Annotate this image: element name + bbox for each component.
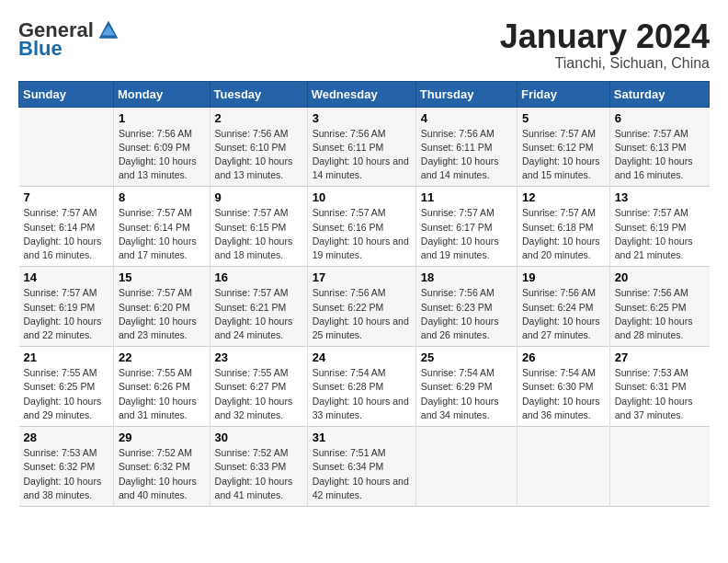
day-info: Sunrise: 7:54 AMSunset: 6:30 PMDaylight:…: [522, 366, 605, 422]
day-info: Sunrise: 7:57 AMSunset: 6:12 PMDaylight:…: [522, 127, 605, 183]
calendar-cell: 29Sunrise: 7:52 AMSunset: 6:32 PMDayligh…: [114, 427, 210, 507]
calendar-cell: 23Sunrise: 7:55 AMSunset: 6:27 PMDayligh…: [210, 347, 307, 427]
day-number: 28: [24, 431, 109, 444]
calendar-row: 7Sunrise: 7:57 AMSunset: 6:14 PMDaylight…: [19, 187, 710, 267]
logo-icon: [97, 19, 119, 41]
day-info: Sunrise: 7:53 AMSunset: 6:32 PMDaylight:…: [24, 446, 109, 502]
page-header: General Blue January 2024 Tianchi, Sichu…: [18, 18, 710, 72]
day-info: Sunrise: 7:52 AMSunset: 6:32 PMDaylight:…: [119, 446, 205, 502]
weekday-header: Saturday: [609, 81, 709, 107]
day-info: Sunrise: 7:55 AMSunset: 6:26 PMDaylight:…: [119, 366, 205, 422]
day-number: 3: [313, 111, 411, 125]
calendar-cell: 6Sunrise: 7:57 AMSunset: 6:13 PMDaylight…: [609, 107, 709, 187]
calendar-cell: 26Sunrise: 7:54 AMSunset: 6:30 PMDayligh…: [517, 347, 609, 427]
day-info: Sunrise: 7:57 AMSunset: 6:19 PMDaylight:…: [24, 286, 109, 342]
day-number: 14: [24, 270, 109, 284]
calendar-cell: 30Sunrise: 7:52 AMSunset: 6:33 PMDayligh…: [210, 427, 307, 507]
calendar-row: 28Sunrise: 7:53 AMSunset: 6:32 PMDayligh…: [19, 427, 710, 507]
day-info: Sunrise: 7:54 AMSunset: 6:28 PMDaylight:…: [313, 366, 411, 422]
day-number: 22: [119, 350, 205, 364]
day-info: Sunrise: 7:57 AMSunset: 6:17 PMDaylight:…: [421, 206, 512, 262]
logo: General Blue: [18, 18, 119, 61]
day-info: Sunrise: 7:57 AMSunset: 6:14 PMDaylight:…: [24, 206, 109, 262]
day-number: 18: [421, 270, 512, 284]
day-number: 27: [615, 350, 705, 364]
calendar-cell: 19Sunrise: 7:56 AMSunset: 6:24 PMDayligh…: [517, 267, 609, 347]
day-number: 25: [421, 350, 512, 364]
calendar-cell: 11Sunrise: 7:57 AMSunset: 6:17 PMDayligh…: [415, 187, 517, 267]
day-number: 9: [215, 190, 302, 204]
day-info: Sunrise: 7:55 AMSunset: 6:27 PMDaylight:…: [215, 366, 302, 422]
day-number: 8: [119, 190, 205, 204]
calendar-cell: 4Sunrise: 7:56 AMSunset: 6:11 PMDaylight…: [415, 107, 517, 187]
day-info: Sunrise: 7:56 AMSunset: 6:23 PMDaylight:…: [421, 286, 512, 342]
month-title: January 2024: [500, 18, 710, 55]
calendar-cell: [19, 107, 114, 187]
day-info: Sunrise: 7:54 AMSunset: 6:29 PMDaylight:…: [421, 366, 512, 422]
calendar-cell: 21Sunrise: 7:55 AMSunset: 6:25 PMDayligh…: [19, 347, 114, 427]
day-number: 7: [24, 190, 109, 204]
day-info: Sunrise: 7:55 AMSunset: 6:25 PMDaylight:…: [24, 366, 109, 422]
day-number: 5: [522, 111, 605, 125]
day-info: Sunrise: 7:57 AMSunset: 6:13 PMDaylight:…: [615, 127, 705, 183]
calendar-row: 1Sunrise: 7:56 AMSunset: 6:09 PMDaylight…: [19, 107, 710, 187]
calendar-cell: 10Sunrise: 7:57 AMSunset: 6:16 PMDayligh…: [307, 187, 415, 267]
day-number: 1: [119, 111, 205, 125]
day-number: 26: [522, 350, 605, 364]
calendar-cell: 16Sunrise: 7:57 AMSunset: 6:21 PMDayligh…: [210, 267, 307, 347]
title-area: January 2024 Tianchi, Sichuan, China: [500, 18, 710, 72]
day-info: Sunrise: 7:56 AMSunset: 6:11 PMDaylight:…: [421, 127, 512, 183]
calendar-cell: 5Sunrise: 7:57 AMSunset: 6:12 PMDaylight…: [517, 107, 609, 187]
calendar-cell: 1Sunrise: 7:56 AMSunset: 6:09 PMDaylight…: [114, 107, 210, 187]
day-info: Sunrise: 7:56 AMSunset: 6:11 PMDaylight:…: [313, 127, 411, 183]
day-number: 10: [313, 190, 411, 204]
day-info: Sunrise: 7:57 AMSunset: 6:16 PMDaylight:…: [313, 206, 411, 262]
day-info: Sunrise: 7:56 AMSunset: 6:10 PMDaylight:…: [215, 127, 302, 183]
calendar-cell: 22Sunrise: 7:55 AMSunset: 6:26 PMDayligh…: [114, 347, 210, 427]
day-number: 24: [313, 350, 411, 364]
logo-blue: Blue: [18, 37, 63, 61]
day-number: 4: [421, 111, 512, 125]
day-info: Sunrise: 7:51 AMSunset: 6:34 PMDaylight:…: [313, 446, 411, 502]
day-number: 6: [615, 111, 705, 125]
day-info: Sunrise: 7:57 AMSunset: 6:14 PMDaylight:…: [119, 206, 205, 262]
weekday-header-row: SundayMondayTuesdayWednesdayThursdayFrid…: [19, 81, 710, 107]
calendar-cell: 12Sunrise: 7:57 AMSunset: 6:18 PMDayligh…: [517, 187, 609, 267]
day-info: Sunrise: 7:56 AMSunset: 6:22 PMDaylight:…: [313, 286, 411, 342]
day-number: 17: [313, 270, 411, 284]
calendar-cell: 28Sunrise: 7:53 AMSunset: 6:32 PMDayligh…: [19, 427, 114, 507]
weekday-header: Thursday: [415, 81, 517, 107]
day-info: Sunrise: 7:56 AMSunset: 6:24 PMDaylight:…: [522, 286, 605, 342]
day-number: 16: [215, 270, 302, 284]
day-info: Sunrise: 7:57 AMSunset: 6:20 PMDaylight:…: [119, 286, 205, 342]
calendar-table: SundayMondayTuesdayWednesdayThursdayFrid…: [18, 81, 710, 507]
calendar-cell: 8Sunrise: 7:57 AMSunset: 6:14 PMDaylight…: [114, 187, 210, 267]
day-info: Sunrise: 7:52 AMSunset: 6:33 PMDaylight:…: [215, 446, 302, 502]
day-number: 2: [215, 111, 302, 125]
day-number: 19: [522, 270, 605, 284]
calendar-cell: [517, 427, 609, 507]
calendar-cell: 20Sunrise: 7:56 AMSunset: 6:25 PMDayligh…: [609, 267, 709, 347]
calendar-cell: 17Sunrise: 7:56 AMSunset: 6:22 PMDayligh…: [307, 267, 415, 347]
weekday-header: Friday: [517, 81, 609, 107]
calendar-cell: 27Sunrise: 7:53 AMSunset: 6:31 PMDayligh…: [609, 347, 709, 427]
day-info: Sunrise: 7:53 AMSunset: 6:31 PMDaylight:…: [615, 366, 705, 422]
calendar-cell: 18Sunrise: 7:56 AMSunset: 6:23 PMDayligh…: [415, 267, 517, 347]
calendar-cell: 15Sunrise: 7:57 AMSunset: 6:20 PMDayligh…: [114, 267, 210, 347]
calendar-cell: 3Sunrise: 7:56 AMSunset: 6:11 PMDaylight…: [307, 107, 415, 187]
day-number: 30: [215, 431, 302, 444]
calendar-cell: 14Sunrise: 7:57 AMSunset: 6:19 PMDayligh…: [19, 267, 114, 347]
day-number: 13: [615, 190, 705, 204]
calendar-cell: 7Sunrise: 7:57 AMSunset: 6:14 PMDaylight…: [19, 187, 114, 267]
day-info: Sunrise: 7:57 AMSunset: 6:15 PMDaylight:…: [215, 206, 302, 262]
calendar-cell: 9Sunrise: 7:57 AMSunset: 6:15 PMDaylight…: [210, 187, 307, 267]
weekday-header: Monday: [114, 81, 210, 107]
day-number: 20: [615, 270, 705, 284]
day-number: 29: [119, 431, 205, 444]
calendar-row: 14Sunrise: 7:57 AMSunset: 6:19 PMDayligh…: [19, 267, 710, 347]
day-info: Sunrise: 7:57 AMSunset: 6:19 PMDaylight:…: [615, 206, 705, 262]
day-info: Sunrise: 7:56 AMSunset: 6:09 PMDaylight:…: [119, 127, 205, 183]
weekday-header: Sunday: [19, 81, 114, 107]
day-number: 11: [421, 190, 512, 204]
day-info: Sunrise: 7:56 AMSunset: 6:25 PMDaylight:…: [615, 286, 705, 342]
